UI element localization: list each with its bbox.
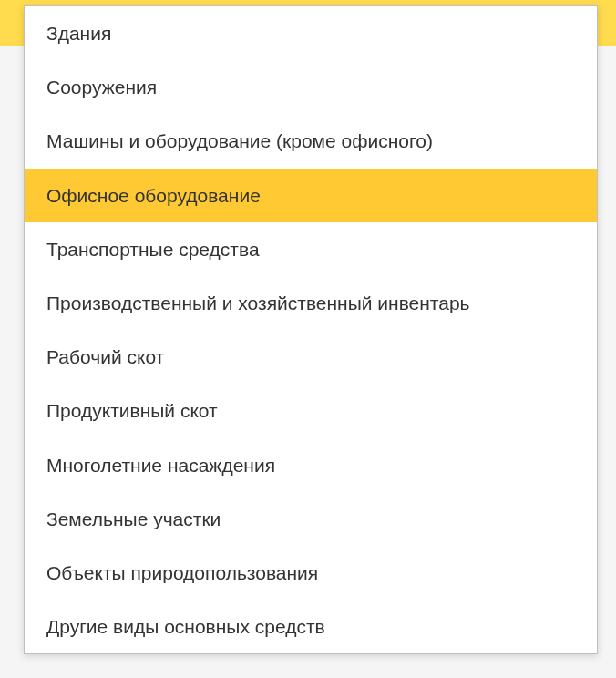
dropdown-item-working-livestock[interactable]: Рабочий скот [25, 330, 597, 384]
dropdown-item-perennial-plantings[interactable]: Многолетние насаждения [25, 438, 597, 492]
dropdown-item-machinery[interactable]: Машины и оборудование (кроме офисного) [25, 114, 597, 168]
dropdown-item-transport[interactable]: Транспортные средства [25, 222, 597, 276]
dropdown-item-structures[interactable]: Сооружения [25, 60, 597, 114]
dropdown-item-productive-livestock[interactable]: Продуктивный скот [25, 384, 597, 437]
dropdown-item-other-fixed-assets[interactable]: Другие виды основных средств [25, 600, 597, 653]
dropdown-item-natural-resources[interactable]: Объекты природопользования [25, 546, 597, 600]
dropdown-item-land-plots[interactable]: Земельные участки [25, 492, 597, 546]
dropdown-item-industrial-inventory[interactable]: Производственный и хозяйственный инвента… [25, 276, 597, 330]
asset-type-dropdown[interactable]: Здания Сооружения Машины и оборудование … [24, 5, 598, 654]
dropdown-item-office-equipment[interactable]: Офисное оборудование [25, 169, 597, 222]
dropdown-item-buildings[interactable]: Здания [25, 6, 597, 60]
